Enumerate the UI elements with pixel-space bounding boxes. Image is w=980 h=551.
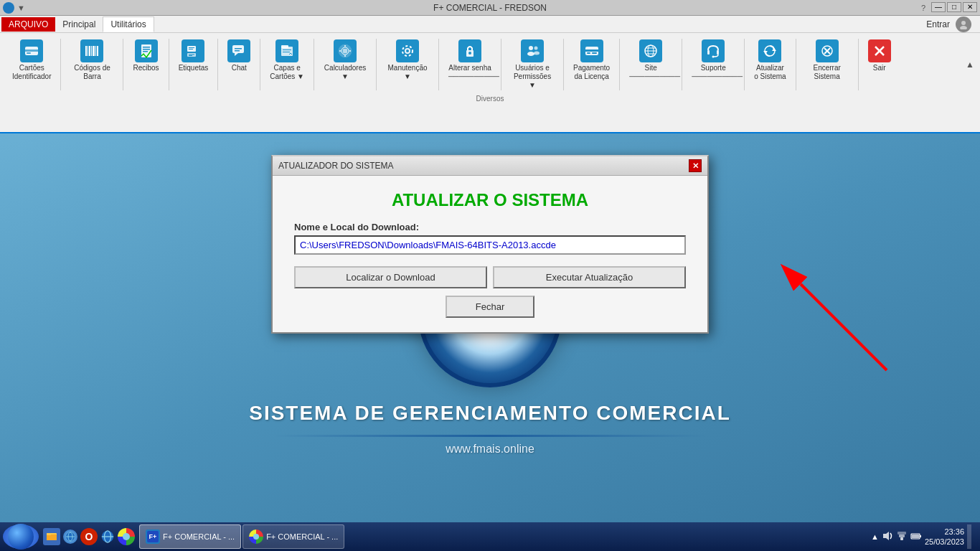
- quicklaunch-ie[interactable]: [63, 529, 77, 544]
- svg-rect-6: [88, 46, 88, 56]
- divider13: [744, 39, 745, 90]
- svg-rect-14: [143, 49, 150, 50]
- ribbon-alterar-senha[interactable]: Alterar senha──────────: [442, 36, 498, 85]
- atualizador-dialog: ATUALIZADOR DO SISTEMA ✕ ATUALIZAR O SIS…: [271, 155, 709, 334]
- codigos-label: Códigos de Barra: [70, 64, 113, 81]
- ribbon-sair[interactable]: Sair: [862, 36, 897, 76]
- recibos-icon: [135, 39, 158, 62]
- user-avatar[interactable]: [956, 17, 971, 32]
- fechar-btn-container: Fechar: [294, 296, 686, 318]
- usuarios-icon: [521, 39, 544, 62]
- ribbon-pagamento[interactable]: Pagamentoda Licença: [567, 36, 616, 85]
- atualizar-label: Atualizaro Sistema: [754, 64, 786, 81]
- encerrar-label: Encerrar Sistema: [806, 64, 849, 81]
- taskbar-app2[interactable]: F+ COMERCIAL - ...: [242, 524, 344, 549]
- sair-label: Sair: [873, 64, 886, 72]
- svg-point-39: [527, 52, 534, 56]
- start-button[interactable]: [3, 524, 39, 549]
- red-arrow-annotation: [779, 241, 923, 387]
- ribbon-codigos[interactable]: Códigos de Barra: [64, 36, 120, 85]
- help-btn[interactable]: ?: [917, 2, 930, 14]
- taskbar-app1[interactable]: F+ F+ COMERCIAL - ...: [139, 524, 241, 549]
- etiquetas-icon: [182, 39, 204, 62]
- network-icon[interactable]: [896, 530, 908, 543]
- svg-rect-65: [47, 534, 57, 540]
- dialog-close-btn[interactable]: ✕: [689, 159, 702, 172]
- divider8: [438, 39, 439, 90]
- minimize-btn[interactable]: —: [931, 2, 946, 12]
- menu-arquivo[interactable]: ARQUIVO: [1, 17, 55, 32]
- svg-rect-24: [235, 48, 242, 50]
- divider1: [60, 39, 61, 90]
- close-btn[interactable]: ✕: [963, 2, 977, 12]
- ribbon-atualizar[interactable]: Atualizaro Sistema: [748, 36, 792, 85]
- clock-date: 25/03/2023: [925, 537, 964, 547]
- svg-rect-75: [899, 534, 905, 537]
- login-area: Entrar: [926, 17, 979, 32]
- manutencao-icon: [396, 39, 419, 62]
- entrar-btn[interactable]: Entrar: [926, 19, 950, 29]
- title-bar: ▼ F+ COMERCIAL - FREDSON ? — □ ✕: [0, 0, 980, 16]
- ribbon: CartõesIdentificador Códigos de Barra: [0, 33, 980, 133]
- svg-marker-55: [772, 48, 776, 51]
- menu-principal[interactable]: Principal: [55, 17, 103, 32]
- title-bar-left: ▼: [3, 2, 25, 14]
- site-label: Site──────────: [629, 64, 672, 81]
- start-orb: [8, 524, 34, 550]
- ribbon-manutencao[interactable]: Manutenção ▼: [380, 36, 435, 85]
- codigos-icon: [80, 39, 103, 62]
- menu-bar: ARQUIVO Principal Utilitários Entrar: [0, 16, 980, 33]
- quicklaunch-ie2[interactable]: [100, 529, 115, 544]
- svg-point-41: [534, 52, 540, 55]
- show-desktop-btn[interactable]: [967, 524, 971, 549]
- divider12: [682, 39, 682, 90]
- taskbar-app1-icon: F+: [146, 529, 160, 544]
- fechar-btn[interactable]: Fechar: [446, 296, 534, 318]
- ribbon-cartoes[interactable]: CartõesIdentificador: [6, 36, 57, 85]
- quicklaunch-firefox[interactable]: [118, 528, 135, 545]
- ribbon-usuarios[interactable]: Usuários ePermissões ▼: [504, 36, 560, 93]
- svg-rect-52: [717, 50, 719, 55]
- battery-icon[interactable]: [910, 530, 922, 543]
- svg-rect-32: [343, 49, 347, 53]
- recibos-label: Recibos: [133, 64, 159, 72]
- ribbon-calculadores[interactable]: Calculadores ▼: [317, 36, 373, 85]
- ribbon-site[interactable]: Site──────────: [623, 36, 679, 85]
- ribbon-encerrar[interactable]: Encerrar Sistema: [799, 36, 855, 85]
- usuarios-label: Usuários ePermissões ▼: [511, 64, 554, 90]
- app-icon: [3, 2, 14, 14]
- executar-atualizacao-btn[interactable]: Executar Atualização: [493, 266, 686, 288]
- atualizar-icon: [758, 39, 781, 62]
- menu-utilitarios[interactable]: Utilitários: [103, 17, 154, 32]
- dialog-path-input[interactable]: [294, 235, 686, 255]
- svg-point-40: [534, 47, 538, 50]
- alterar-senha-icon: [458, 39, 481, 62]
- volume-icon[interactable]: [882, 530, 893, 543]
- ribbon-capas[interactable]: Capas eCartões ▼: [263, 36, 311, 85]
- ribbon-chat[interactable]: Chat: [221, 36, 257, 76]
- show-hidden-icons[interactable]: ▲: [871, 532, 879, 541]
- divider15: [858, 39, 859, 90]
- svg-point-1: [960, 26, 967, 29]
- taskbar-app1-label: F+ COMERCIAL - ...: [163, 532, 235, 541]
- quicklaunch-opera[interactable]: O: [80, 528, 98, 545]
- ribbon-recibos[interactable]: Recibos: [126, 36, 165, 76]
- alterar-senha-label: Alterar senha──────────: [448, 64, 491, 81]
- encerrar-icon: [816, 39, 839, 62]
- ribbon-collapse-btn[interactable]: ▲: [966, 60, 974, 70]
- localizar-download-btn[interactable]: Localizar o Download: [294, 266, 487, 288]
- taskbar: O F+ F+ COMERCIAL - ... F+ COMERCIAL - .…: [0, 522, 980, 551]
- capas-label: Capas eCartões ▼: [270, 64, 304, 81]
- svg-rect-78: [920, 535, 921, 537]
- divider7: [376, 39, 377, 90]
- quick-access: ▼: [17, 4, 25, 12]
- quicklaunch-explorer[interactable]: [43, 528, 60, 545]
- cartoes-icon: [20, 39, 43, 62]
- ribbon-section-label: Diversos: [476, 95, 504, 103]
- ribbon-etiquetas[interactable]: Etiquetas: [172, 36, 215, 76]
- maximize-btn[interactable]: □: [947, 2, 961, 12]
- svg-rect-9: [93, 46, 95, 56]
- ribbon-suporte[interactable]: Suporte──────────: [685, 36, 741, 85]
- taskbar-app2-label: F+ COMERCIAL - ...: [266, 532, 338, 541]
- svg-rect-11: [97, 46, 98, 56]
